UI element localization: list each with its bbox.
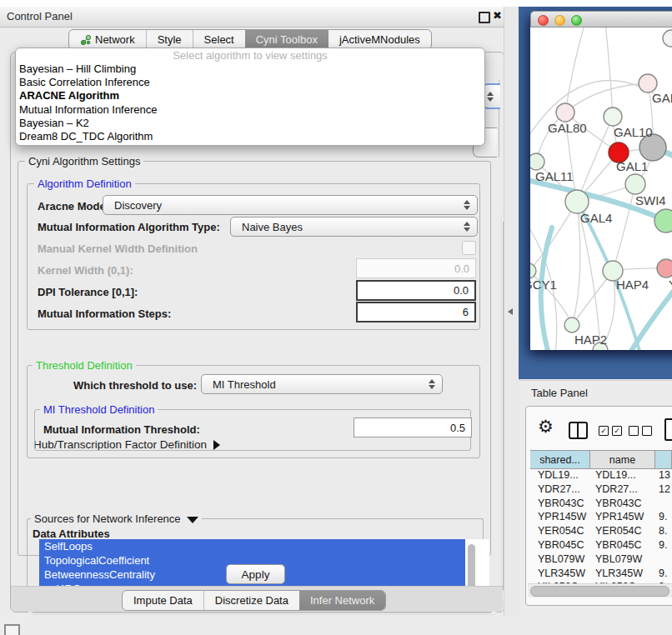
network-node-gal10[interactable] xyxy=(604,108,622,126)
table-row[interactable]: YPR145WYPR145W9. xyxy=(530,510,672,524)
tab-infer-network[interactable]: Infer Network xyxy=(299,591,385,610)
unchecked-box-icon xyxy=(629,426,639,436)
network-window[interactable]: GALGAL80GAL10GAL1GAL11GAL4SWI4GCY1HAP4YH… xyxy=(530,11,672,348)
tab-network[interactable]: Network xyxy=(69,30,146,49)
table-row[interactable]: YBR045CYBR045C9. xyxy=(530,538,672,552)
threshold-definition-group: Threshold Definition Which threshold to … xyxy=(27,365,480,458)
export-table-icon[interactable] xyxy=(664,418,672,441)
kernel-width-value: 0.0 xyxy=(454,262,469,275)
stepper-arrows-icon xyxy=(463,200,469,210)
network-canvas[interactable]: GALGAL80GAL10GAL1GAL11GAL4SWI4GCY1HAP4YH… xyxy=(530,28,672,350)
dropdown-item[interactable]: Dream8 DC_TDC Algorithm xyxy=(16,130,484,143)
stepper-arrows-icon xyxy=(486,92,493,102)
table-cell: YDR27... xyxy=(530,482,590,497)
table-cell: YLR345W xyxy=(530,567,590,581)
network-node-hap2[interactable] xyxy=(564,318,579,332)
tab-label: Infer Network xyxy=(310,591,374,610)
checked-box-icon: ✓ xyxy=(612,426,622,436)
node-label: GAL80 xyxy=(548,121,587,135)
threshold-definition-legend: Threshold Definition xyxy=(33,359,136,372)
float-window-icon[interactable] xyxy=(479,12,490,23)
dpi-tolerance-input[interactable]: 0.0 xyxy=(356,280,476,301)
unchecked-box-icon xyxy=(642,426,652,436)
zoom-traffic-light-icon[interactable] xyxy=(571,15,582,26)
dropdown-item[interactable]: Bayesian – Hill Climbing xyxy=(16,62,484,76)
data-attributes-label: Data Attributes xyxy=(33,528,110,540)
node-label: HAP2 xyxy=(574,332,607,347)
columns-icon[interactable] xyxy=(569,422,588,439)
attribute-list-item-selected[interactable]: SelfLoops xyxy=(39,539,465,553)
table-cell: 13 xyxy=(655,468,670,482)
scrollbar-thumb[interactable] xyxy=(468,544,475,591)
mi-type-combo[interactable]: Naive Bayes xyxy=(230,217,478,237)
deselect-all-columns-button[interactable] xyxy=(629,426,652,436)
column-header[interactable]: shared... xyxy=(530,451,590,468)
table-rows[interactable]: YDL19...YDL19...13YDR27...YDR27...12YBR0… xyxy=(530,468,672,583)
table-header-row[interactable]: shared...name xyxy=(530,450,672,469)
tab-label: Discretize Data xyxy=(215,591,288,610)
table-cell: YER054C xyxy=(590,524,655,538)
table-cell: YDL19... xyxy=(530,468,590,482)
tab-jactivemnodules[interactable]: jActiveMNodules xyxy=(328,30,431,49)
which-threshold-label: Which threshold to use: xyxy=(73,379,197,392)
network-node[interactable] xyxy=(625,174,645,194)
table-row[interactable]: YDL19...YDL19...13 xyxy=(530,468,672,482)
mi-threshold-legend: MI Threshold Definition xyxy=(40,403,158,416)
network-window-titlebar[interactable] xyxy=(530,11,672,28)
node-label: GAL1 xyxy=(616,159,648,173)
checked-box-icon: ✓ xyxy=(599,426,609,436)
sources-legend[interactable]: Sources for Network Inference xyxy=(31,512,202,525)
table-cell: YDL19... xyxy=(590,468,655,482)
close-icon[interactable]: ✖ xyxy=(493,9,502,22)
node-label: GAL xyxy=(652,91,672,105)
table-horizontal-scrollbar[interactable] xyxy=(528,583,672,598)
table-cell: 9. xyxy=(655,510,667,524)
focused-combo-fragment[interactable] xyxy=(483,83,500,109)
network-node-swi4[interactable] xyxy=(654,209,672,232)
tab-cyni-toolbox[interactable]: Cyni Toolbox xyxy=(245,30,328,49)
cyni-settings-legend: Cyni Algorithm Settings xyxy=(25,155,143,168)
tab-select[interactable]: Select xyxy=(193,30,245,49)
network-node-gal[interactable] xyxy=(639,74,657,92)
table-cell: YBR045C xyxy=(530,538,590,552)
gear-icon[interactable]: ⚙ xyxy=(538,418,554,435)
splitter-collapse-icon[interactable] xyxy=(508,308,513,315)
dropdown-item[interactable]: Basic Correlation Inference xyxy=(16,76,484,89)
tab-impute-data[interactable]: Impute Data xyxy=(123,591,203,610)
scrollbar-thumb[interactable] xyxy=(530,586,669,597)
aracne-mode-combo[interactable]: Discovery xyxy=(103,195,478,215)
kernel-width-input[interactable]: 0.0 xyxy=(356,258,476,278)
dropdown-item[interactable]: Bayesian – K2 xyxy=(16,117,484,130)
table-row[interactable]: YBL079WYBL079W xyxy=(530,552,672,567)
mi-steps-input[interactable]: 6 xyxy=(356,302,476,322)
table-cell: 8. xyxy=(655,524,667,538)
dropdown-item[interactable]: ARACNE Algorithm xyxy=(16,89,484,102)
column-header[interactable]: name xyxy=(590,451,655,468)
manual-kernel-checkbox[interactable] xyxy=(462,241,476,255)
network-node-y[interactable] xyxy=(657,259,672,278)
table-row[interactable]: YLR345WYLR345W9. xyxy=(530,567,672,581)
manual-kernel-label: Manual Kernel Width Definition xyxy=(38,242,198,255)
table-row[interactable]: YBR043CYBR043C xyxy=(530,497,672,511)
network-node[interactable] xyxy=(663,30,672,47)
close-traffic-light-icon[interactable] xyxy=(538,15,549,26)
minimize-traffic-light-icon[interactable] xyxy=(554,15,565,26)
table-cell: YBR043C xyxy=(530,497,590,511)
network-node-gcy1[interactable] xyxy=(530,263,536,278)
table-row[interactable]: YDR27...YDR27...12 xyxy=(530,482,672,497)
tab-style[interactable]: Style xyxy=(146,30,193,49)
table-cell: YBL079W xyxy=(590,552,655,567)
apply-button[interactable]: Apply xyxy=(226,564,285,584)
select-all-columns-button[interactable]: ✓✓ xyxy=(599,426,622,436)
network-desktop: GALGAL80GAL10GAL1GAL11GAL4SWI4GCY1HAP4YH… xyxy=(519,7,672,379)
column-header[interactable] xyxy=(655,451,672,468)
network-node-gal80[interactable] xyxy=(556,103,574,122)
table-row[interactable]: YER054CYER054C8. xyxy=(530,524,672,538)
network-node-gal11[interactable] xyxy=(530,153,544,170)
node-label: GAL4 xyxy=(580,211,612,225)
dropdown-item[interactable]: Mutual Information Inference xyxy=(16,103,484,117)
mi-threshold-input[interactable]: 0.5 xyxy=(354,418,472,438)
network-node-gal4[interactable] xyxy=(565,190,589,213)
tab-discretize-data[interactable]: Discretize Data xyxy=(203,591,299,610)
which-threshold-combo[interactable]: MI Threshold xyxy=(201,374,443,394)
